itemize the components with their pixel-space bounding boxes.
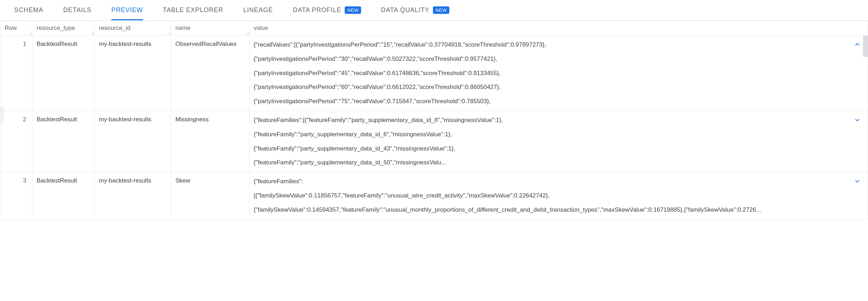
chevron-down-icon[interactable] [853,177,861,185]
tab-preview[interactable]: PREVIEW [111,0,143,20]
cell-name: ObservedRecallValues [171,36,249,111]
preview-table: Row resource_type resource_id name [0,21,868,220]
tab-data-profile[interactable]: DATA PROFILE NEW [293,0,361,20]
header-label: resource_type [37,25,75,31]
cell-resource-id: my-backtest-results [95,172,171,219]
tab-label: SCHEMA [14,6,43,14]
tab-label: PREVIEW [111,6,143,14]
value-line: {"featureFamily":"party_supplementary_da… [254,144,850,153]
cell-resource-type: BacktestResult [32,111,95,172]
value-line: {"partyInvestigationsPerPeriod":"75","re… [254,97,850,106]
tab-label: DATA PROFILE [293,6,341,14]
table-row: 1BacktestResultmy-backtest-resultsObserv… [0,36,868,111]
header-label: resource_id [99,25,131,31]
value-line: {"partyInvestigationsPerPeriod":"30","re… [254,55,850,63]
row-number: 1 [0,36,32,111]
preview-table-wrap: Row resource_type resource_id name [0,21,868,220]
table-row: 3BacktestResultmy-backtest-resultsSkew{"… [0,172,868,219]
table-row: 2BacktestResultmy-backtest-resultsMissin… [0,111,868,172]
cell-value: {"recallValues":[{"partyInvestigationsPe… [249,36,868,111]
cell-resource-type: BacktestResult [32,172,95,219]
header-label: Row [5,25,17,31]
column-header-value[interactable]: value [249,21,868,36]
value-line: [{"familySkewValue":0.11856757,"featureF… [254,191,850,200]
value-line: {"familySkewValue":0.14594357,"featureFa… [254,206,850,214]
value-line: {"partyInvestigationsPerPeriod":"60","re… [254,83,850,91]
new-badge: NEW [345,6,361,14]
tab-label: LINEAGE [243,6,273,14]
chevron-up-icon[interactable] [853,41,861,48]
value-line: {"featureFamilies": [254,177,850,186]
value-line: {"partyInvestigationsPerPeriod":"45","re… [254,69,850,78]
column-header-resource-id[interactable]: resource_id [95,21,171,36]
row-number: 3 [0,172,32,219]
tab-bar: SCHEMA DETAILS PREVIEW TABLE EXPLORER LI… [0,0,868,21]
value-line: {"featureFamily":"party_supplementary_da… [254,158,850,167]
tab-label: DETAILS [63,6,91,14]
column-header-resource-type[interactable]: resource_type [32,21,95,36]
value-line: {"featureFamilies":[{"featureFamily":"pa… [254,116,850,125]
chevron-down-icon[interactable] [853,116,861,124]
tab-label: TABLE EXPLORER [163,6,223,14]
column-resize-handle[interactable] [245,32,249,35]
cell-value: {"featureFamilies":[{"familySkewValue":0… [249,172,868,219]
cell-resource-id: my-backtest-results [95,36,171,111]
tab-table-explorer[interactable]: TABLE EXPLORER [163,0,223,20]
tab-schema[interactable]: SCHEMA [14,0,43,20]
header-label: name [175,25,191,31]
column-resize-handle[interactable] [167,32,171,35]
tab-details[interactable]: DETAILS [63,0,91,20]
header-label: value [254,25,268,31]
column-header-row[interactable]: Row [0,21,32,36]
column-resize-handle[interactable] [91,32,94,35]
cell-resource-type: BacktestResult [32,36,95,111]
row-number: 2 [0,111,32,172]
column-header-name[interactable]: name [171,21,249,36]
tab-label: DATA QUALITY [381,6,429,14]
tab-lineage[interactable]: LINEAGE [243,0,273,20]
new-badge: NEW [433,6,449,14]
cell-name: Missingness [171,111,249,172]
value-line: {"featureFamily":"party_supplementary_da… [254,130,850,139]
tab-data-quality[interactable]: DATA QUALITY NEW [381,0,449,20]
value-line: {"recallValues":[{"partyInvestigationsPe… [254,41,850,49]
cell-value: {"featureFamilies":[{"featureFamily":"pa… [249,111,868,172]
cell-resource-id: my-backtest-results [95,111,171,172]
cell-name: Skew [171,172,249,219]
column-resize-handle[interactable] [28,32,32,35]
